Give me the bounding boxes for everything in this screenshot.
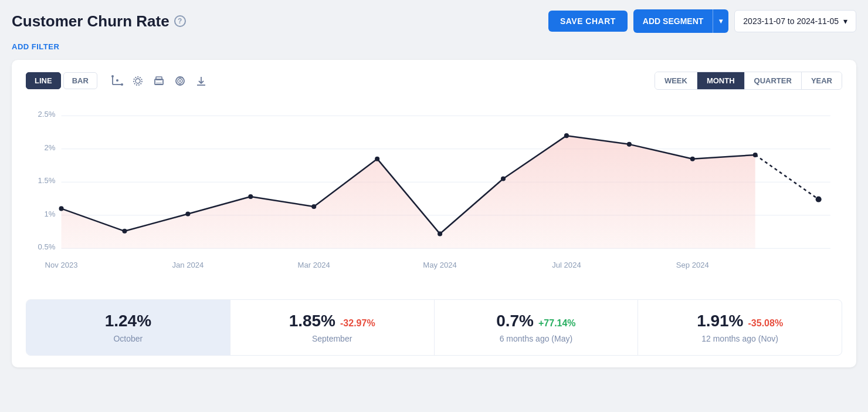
svg-point-4 — [116, 79, 118, 82]
chart-area: 2.5% 2% 1.5% 1% 0.5% — [26, 99, 842, 289]
stat-value-nov: 1.91% — [697, 312, 743, 330]
add-segment-button[interactable]: ADD SEGMENT ▾ — [633, 9, 728, 33]
chart-toolbar: LINE BAR — [26, 72, 842, 90]
stat-main-nov: 1.91% -35.08% — [652, 312, 828, 330]
stat-label-october: October — [40, 334, 216, 343]
svg-point-35 — [375, 157, 379, 161]
axis-icon-button[interactable] — [110, 75, 123, 87]
svg-text:Nov 2023: Nov 2023 — [45, 261, 77, 269]
stat-value-september: 1.85% — [289, 312, 335, 330]
chart-type-bar-button[interactable]: BAR — [63, 72, 97, 89]
stat-main-september: 1.85% -32.97% — [245, 312, 420, 330]
goal-icon-button[interactable] — [174, 75, 187, 87]
svg-rect-9 — [156, 82, 162, 85]
stat-main-october: 1.24% — [40, 312, 216, 330]
segment-dropdown-arrow[interactable]: ▾ — [713, 11, 728, 31]
time-period-group: WEEK MONTH QUARTER YEAR — [655, 72, 842, 90]
title-area: Customer Churn Rate ? — [12, 12, 186, 31]
compare-icon-button[interactable] — [131, 75, 144, 87]
chart-icon-group — [110, 75, 208, 87]
time-month-button[interactable]: MONTH — [697, 72, 745, 89]
print-icon-button[interactable] — [152, 75, 165, 87]
svg-text:2.5%: 2.5% — [38, 110, 56, 119]
header-actions: SAVE CHART ADD SEGMENT ▾ 2023-11-07 to 2… — [548, 9, 856, 33]
svg-point-39 — [627, 142, 632, 147]
stat-card-nov: 1.91% -35.08% 12 months ago (Nov) — [638, 300, 842, 355]
stat-label-september: September — [245, 334, 420, 343]
svg-point-3 — [121, 83, 123, 86]
stat-label-nov: 12 months ago (Nov) — [652, 334, 828, 343]
time-week-button[interactable]: WEEK — [655, 72, 697, 89]
svg-text:Jan 2024: Jan 2024 — [172, 261, 204, 269]
svg-point-12 — [179, 80, 181, 82]
download-icon-button[interactable] — [195, 75, 208, 87]
time-quarter-button[interactable]: QUARTER — [745, 72, 802, 89]
chart-svg: 2.5% 2% 1.5% 1% 0.5% — [26, 99, 842, 289]
stat-card-october: 1.24% October — [26, 300, 230, 355]
svg-text:0.5%: 0.5% — [38, 242, 56, 251]
svg-point-30 — [59, 206, 63, 211]
svg-text:Sep 2024: Sep 2024 — [676, 261, 709, 269]
save-chart-button[interactable]: SAVE CHART — [548, 11, 628, 32]
svg-point-5 — [134, 77, 142, 85]
stat-change-september: -32.97% — [340, 318, 375, 329]
filter-row: ADD FILTER — [12, 41, 856, 52]
svg-point-38 — [564, 133, 569, 138]
page-header: Customer Churn Rate ? SAVE CHART ADD SEG… — [12, 9, 856, 33]
date-range-chevron: ▾ — [843, 16, 847, 26]
date-range-button[interactable]: 2023-11-07 to 2024-11-05 ▾ — [734, 10, 856, 32]
svg-text:Mar 2024: Mar 2024 — [298, 261, 330, 269]
svg-point-42 — [816, 197, 822, 202]
add-filter-button[interactable]: ADD FILTER — [12, 42, 59, 51]
stat-change-may: +77.14% — [538, 318, 576, 329]
help-icon[interactable]: ? — [174, 15, 186, 27]
svg-text:1.5%: 1.5% — [38, 176, 56, 185]
stat-value-october: 1.24% — [105, 312, 151, 330]
svg-text:Jul 2024: Jul 2024 — [552, 261, 581, 269]
page-title: Customer Churn Rate — [12, 12, 169, 31]
svg-point-34 — [311, 204, 316, 209]
date-range-text: 2023-11-07 to 2024-11-05 — [743, 16, 839, 26]
svg-text:May 2024: May 2024 — [423, 261, 457, 269]
svg-point-41 — [753, 153, 758, 157]
stats-row: 1.24% October 1.85% -32.97% September 0.… — [26, 299, 842, 356]
chart-type-line-button[interactable]: LINE — [26, 72, 61, 89]
stat-card-september: 1.85% -32.97% September — [230, 300, 435, 355]
svg-point-31 — [122, 229, 127, 234]
svg-text:1%: 1% — [44, 210, 55, 218]
svg-point-6 — [135, 79, 140, 83]
time-year-button[interactable]: YEAR — [802, 72, 842, 89]
svg-text:2%: 2% — [44, 143, 55, 152]
stat-value-may: 0.7% — [496, 312, 534, 330]
svg-point-2 — [111, 75, 114, 77]
svg-point-40 — [690, 157, 695, 161]
stat-main-may: 0.7% +77.14% — [449, 312, 624, 330]
stat-card-may: 0.7% +77.14% 6 months ago (May) — [435, 300, 639, 355]
svg-point-36 — [438, 231, 442, 236]
stat-label-may: 6 months ago (May) — [449, 334, 624, 343]
svg-point-32 — [185, 211, 190, 216]
chart-card: LINE BAR — [12, 60, 856, 367]
svg-rect-8 — [156, 77, 162, 80]
add-segment-label: ADD SEGMENT — [633, 11, 713, 32]
svg-point-37 — [501, 177, 506, 181]
stat-change-nov: -35.08% — [748, 318, 784, 329]
svg-point-33 — [248, 194, 253, 199]
chart-type-group: LINE BAR — [26, 72, 97, 89]
